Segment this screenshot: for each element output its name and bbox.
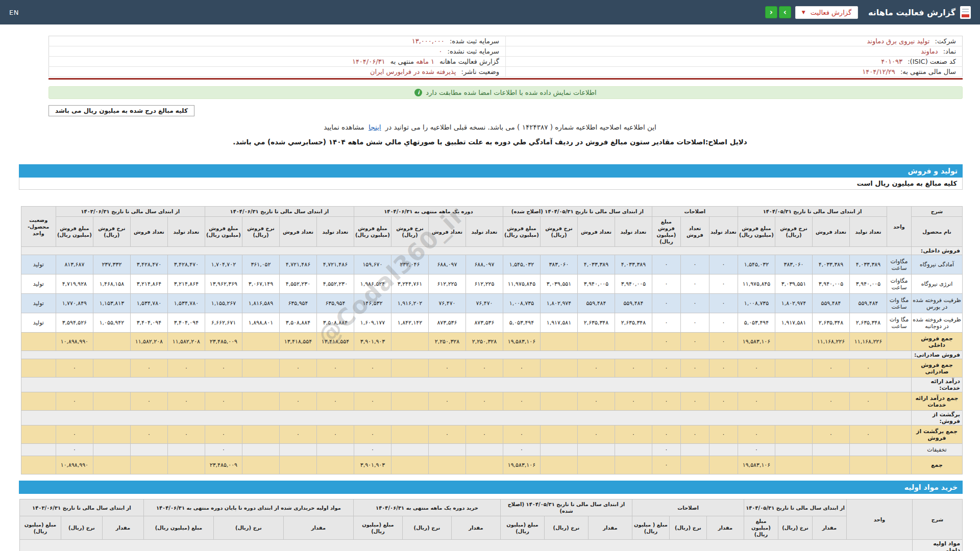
value-cell: ۰	[680, 392, 709, 411]
value-cell: ۰	[813, 392, 850, 411]
value-cell: ۳,۴۰۴,۰۹۴	[167, 313, 205, 333]
value-cell: ۰	[205, 392, 242, 411]
group-header: از ابتدای سال مالی تا تاریخ ۱۴۰۴/۰۶/۳۱	[205, 207, 354, 217]
page-title-wrap: گزارش فعالیت ماهانه	[868, 6, 971, 19]
info-icon: i	[414, 89, 422, 96]
nav-next-button[interactable]: ›	[779, 6, 791, 18]
col-header: نرخ (ریال)	[402, 516, 451, 540]
value-cell: ۳,۹۴۰,۰۰۵	[615, 274, 652, 294]
value-cell: ۳,۹۰۱,۹۰۳	[354, 333, 391, 351]
value-cell	[391, 392, 428, 411]
value-cell: ۰	[279, 392, 316, 411]
value-cell	[775, 392, 813, 411]
value-cell: ۰	[680, 425, 709, 444]
value-cell: ۱۱,۹۷۵,۸۴۵	[503, 274, 540, 294]
value-cell: ۵,۰۵۳,۴۹۴	[503, 313, 540, 333]
status-cell: تولید	[21, 255, 56, 274]
value-cell: ۱۱,۹۷۵,۸۴۵	[738, 274, 775, 294]
value-cell	[242, 444, 279, 456]
value-cell: ۴,۵۵۲,۲۳۰	[316, 274, 354, 294]
raw-materials-table: شرحواحداز ابتدای سال مالی تا تاریخ ۱۴۰۴/…	[19, 499, 963, 551]
unit-cell	[887, 333, 912, 351]
lang-link-en[interactable]: EN	[9, 9, 19, 16]
header-subcol-row: نام محصولتعداد تولیدتعداد فروشنرخ فروش (…	[21, 217, 962, 247]
status-cell	[21, 456, 56, 474]
table-row: جمع۱۹,۵۸۳,۱۰۶۰۱۹,۵۸۳,۱۰۶۳,۹۰۱,۹۰۳۲۳,۴۸۵,…	[21, 456, 962, 474]
table-row: جمع فروش داخلی۱۱,۱۶۸,۲۲۶۱۱,۱۶۸,۲۲۶۱۹,۵۸۳…	[21, 333, 962, 351]
info-cell-symbol: نماد: دماوند	[506, 46, 963, 57]
row-label: آمادگی نیروگاه	[912, 255, 963, 274]
col-header: مبلغ (میلیون ریال)	[143, 516, 213, 540]
row-label: جمع درآمد ارائه خدمات	[912, 392, 963, 411]
value-cell: ۰	[354, 392, 391, 411]
value-cell: ۶۸۸,۰۹۷	[428, 255, 465, 274]
value-cell: ۴,۵۵۲,۲۳۰	[279, 274, 316, 294]
registered-capital-label: سرمایه ثبت شده:	[450, 37, 499, 45]
nav-prev-button[interactable]: ‹	[765, 6, 777, 18]
col-header-unit: واحد	[887, 207, 912, 247]
section-label: مواد اولیه داخلی	[913, 540, 963, 551]
registered-capital-value: ۱۳,۰۰۰,۰۰۰	[412, 37, 445, 45]
value-cell: ۸۱۳,۶۸۷	[56, 255, 93, 274]
row-label: انرژی نیروگاه	[912, 274, 963, 294]
value-cell: ۵,۰۵۳,۴۹۴	[738, 313, 775, 333]
group-header: از ابتدای سال مالی تا تاریخ ۱۴۰۴/۰۵/۳۱ (…	[503, 207, 652, 217]
col-header: تعداد فروش	[279, 217, 316, 247]
value-cell: ۰	[205, 359, 242, 378]
section-label: درآمد ارائه خدمات:	[912, 378, 963, 392]
value-cell: ۰	[167, 425, 205, 444]
value-cell	[391, 456, 428, 474]
col-header-desc: شرح	[912, 207, 963, 217]
row-label: جمع فروش صادراتی	[912, 359, 963, 378]
unit-cell	[887, 359, 912, 378]
value-cell: ۰	[680, 274, 709, 294]
table-row: ظرفیت فروخته شده در بورسمگا وات ساعت۵۵۹,…	[21, 294, 962, 313]
value-cell: ۰	[652, 359, 680, 378]
col-header: مقدار	[451, 516, 500, 540]
value-cell: ۰	[850, 425, 887, 444]
value-cell: ۰	[56, 392, 93, 411]
value-cell	[242, 456, 279, 474]
value-cell	[93, 425, 130, 444]
col-header: نرخ (ریال)	[61, 516, 102, 540]
section-label: فروش داخلی:	[912, 247, 963, 255]
section-header-production-sales: تولید و فروش	[19, 164, 963, 178]
value-cell	[391, 444, 428, 456]
value-cell: ۳۸۳,۰۶۰	[775, 255, 813, 274]
value-cell: ۰	[738, 392, 775, 411]
value-cell: ۰	[130, 425, 167, 444]
group-header: اصلاحات	[632, 499, 744, 516]
value-cell	[242, 359, 279, 378]
row-label: ظرفیت فروخته شده در دوجانبه	[912, 313, 963, 333]
status-cell	[21, 333, 56, 351]
correction-reason: دلایل اصلاح:اصلاحات مقادیر ستون مبالغ فر…	[0, 138, 980, 146]
report-type-dropdown[interactable]: گزارش فعالیت ▼	[795, 6, 858, 19]
units-note-row: کلیه مبالغ درج شده به میلیون ریال می باش…	[48, 105, 963, 116]
value-cell	[316, 444, 354, 456]
value-cell	[465, 456, 503, 474]
col-header: مقدار	[283, 516, 353, 540]
row-label: جمع برگشت از فروش	[912, 425, 963, 444]
value-cell	[709, 444, 738, 456]
value-cell: ۰	[652, 255, 680, 274]
col-header: نرخ فروش (ریال)	[775, 217, 813, 247]
header-group-row: شرحواحداز ابتدای سال مالی تا تاریخ ۱۴۰۴/…	[19, 499, 962, 516]
value-cell: ۰	[354, 425, 391, 444]
col-header: مبلغ فروش (میلیون ریال)	[205, 217, 242, 247]
value-cell: ۰	[709, 294, 738, 313]
value-cell: ۴,۷۱۹,۹۲۸	[56, 274, 93, 294]
info-row: سال مالی منتهی به: ۱۴۰۴/۱۲/۲۹ وضعیت ناشر…	[49, 67, 963, 77]
previous-version-link[interactable]: اینجا	[369, 123, 381, 131]
value-cell: ۳,۴۰۴,۰۹۴	[130, 313, 167, 333]
value-cell: ۱,۱۵۳,۸۱۳	[93, 294, 130, 313]
value-cell: ۲۳,۴۸۵,۰۰۹	[205, 456, 242, 474]
value-cell: ۰	[577, 359, 615, 378]
value-cell: ۰	[354, 444, 391, 456]
table-row: انرژی نیروگاهمگاوات ساعت۳,۹۴۰,۰۰۵۳,۹۴۰,۰…	[21, 274, 962, 294]
row-label: جمع فروش داخلی	[912, 333, 963, 351]
col-header: تعداد فروش	[577, 217, 615, 247]
info-row: نماد: دماوند سرمایه ثبت نشده: ۰	[49, 46, 963, 57]
value-cell	[93, 333, 130, 351]
report-info-table: شرکت: تولید نیروی برق دماوند سرمایه ثبت …	[48, 36, 963, 77]
value-cell	[540, 333, 577, 351]
